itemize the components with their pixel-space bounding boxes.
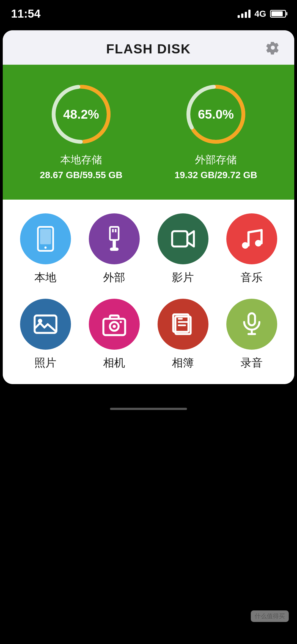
storage-section: 48.2% 本地存储 28.67 GB/59.55 GB 65.0% 外部存储 … bbox=[3, 65, 294, 200]
album-circle bbox=[158, 299, 208, 350]
svg-point-16 bbox=[242, 242, 248, 249]
photos-circle bbox=[20, 299, 71, 350]
photo-icon bbox=[32, 311, 59, 337]
svg-rect-26 bbox=[248, 313, 255, 325]
local-storage-item[interactable]: 48.2% 本地存储 28.67 GB/59.55 GB bbox=[40, 81, 123, 180]
battery-icon bbox=[270, 10, 286, 18]
local-storage-label: 本地存储 bbox=[60, 153, 102, 167]
local-percent-text: 48.2% bbox=[63, 107, 99, 122]
network-type: 4G bbox=[254, 9, 266, 19]
menu-item-local[interactable]: 本地 bbox=[15, 213, 76, 285]
status-time: 11:54 bbox=[11, 7, 40, 20]
svg-point-8 bbox=[44, 246, 46, 249]
svg-point-19 bbox=[38, 319, 42, 323]
music-icon bbox=[239, 226, 265, 252]
usb-icon bbox=[101, 226, 127, 252]
menu-row-1: 本地 外部 bbox=[11, 213, 286, 285]
svg-rect-7 bbox=[40, 229, 51, 244]
video-label: 影片 bbox=[172, 270, 194, 285]
external-label: 外部 bbox=[103, 270, 125, 285]
app-container: FLASH DISK 48.2% 本地存储 28.67 GB/59.55 GB bbox=[3, 30, 294, 384]
svg-rect-11 bbox=[115, 229, 116, 232]
menu-item-external[interactable]: 外部 bbox=[84, 213, 144, 285]
watermark: 什么值得买 bbox=[251, 610, 289, 622]
video-icon bbox=[170, 226, 196, 252]
menu-item-camera[interactable]: 相机 bbox=[84, 299, 144, 370]
menu-item-music[interactable]: 音乐 bbox=[221, 213, 282, 285]
svg-rect-9 bbox=[110, 227, 119, 240]
menu-item-recording[interactable]: 录音 bbox=[221, 299, 282, 370]
menu-item-video[interactable]: 影片 bbox=[153, 213, 213, 285]
svg-point-23 bbox=[120, 321, 122, 323]
status-bar: 11:54 4G bbox=[0, 0, 297, 28]
music-circle bbox=[226, 213, 277, 264]
camera-label: 相机 bbox=[103, 355, 125, 370]
camera-circle bbox=[89, 299, 140, 350]
external-storage-circle: 65.0% bbox=[183, 81, 249, 147]
app-header: FLASH DISK bbox=[3, 30, 294, 65]
local-storage-circle: 48.2% bbox=[48, 81, 114, 147]
svg-rect-12 bbox=[112, 240, 116, 249]
svg-point-17 bbox=[255, 240, 262, 246]
recording-label: 录音 bbox=[241, 355, 263, 370]
external-storage-size: 19.32 GB/29.72 GB bbox=[175, 170, 257, 180]
external-percent-text: 65.0% bbox=[198, 107, 234, 122]
photos-label: 照片 bbox=[34, 355, 56, 370]
menu-item-photos[interactable]: 照片 bbox=[15, 299, 76, 370]
video-circle bbox=[158, 213, 208, 264]
svg-rect-13 bbox=[110, 248, 119, 251]
svg-rect-10 bbox=[112, 229, 114, 232]
album-icon bbox=[170, 311, 196, 337]
mic-icon bbox=[239, 311, 265, 337]
svg-rect-14 bbox=[172, 231, 187, 246]
local-circle bbox=[20, 213, 71, 264]
menu-section: 本地 外部 bbox=[3, 200, 294, 384]
local-label: 本地 bbox=[34, 270, 56, 285]
svg-point-22 bbox=[112, 325, 116, 328]
menu-item-album[interactable]: 相簿 bbox=[153, 299, 213, 370]
music-label: 音乐 bbox=[241, 270, 263, 285]
menu-row-2: 照片 相机 bbox=[11, 299, 286, 370]
status-icons: 4G bbox=[238, 9, 286, 19]
album-label: 相簿 bbox=[172, 355, 194, 370]
recording-circle bbox=[226, 299, 277, 350]
app-title: FLASH DISK bbox=[106, 41, 191, 56]
external-circle bbox=[89, 213, 140, 264]
signal-icon bbox=[238, 10, 251, 18]
home-indicator bbox=[0, 395, 297, 423]
phone-icon bbox=[32, 226, 59, 252]
camera-icon bbox=[101, 311, 127, 337]
external-storage-label: 外部存储 bbox=[195, 153, 237, 167]
external-storage-item[interactable]: 65.0% 外部存储 19.32 GB/29.72 GB bbox=[175, 81, 257, 180]
local-storage-size: 28.67 GB/59.55 GB bbox=[40, 170, 123, 180]
home-bar bbox=[110, 408, 187, 410]
settings-button[interactable] bbox=[265, 40, 280, 55]
